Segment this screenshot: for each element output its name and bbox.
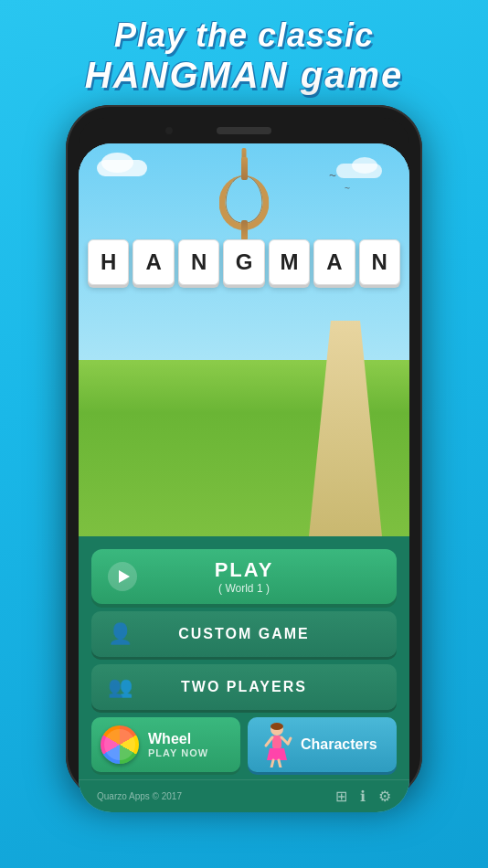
cloud-1 [97, 160, 147, 176]
character-figure [257, 722, 293, 767]
noose [219, 175, 270, 230]
custom-game-button[interactable]: 👤 CUSTOM GAME [91, 611, 397, 657]
bottom-row: Wheel PLAY NOW [91, 717, 397, 772]
banner-line2: HANGMAN game [18, 55, 470, 96]
play-icon [108, 562, 137, 591]
letter-tile: A [133, 239, 174, 285]
wheel-text: Wheel PLAY NOW [148, 731, 208, 758]
footer-icons: ⊞ ℹ ⚙ [335, 788, 391, 805]
svg-point-1 [271, 723, 283, 730]
play-button[interactable]: PLAY ( World 1 ) [91, 549, 397, 604]
wheel-button[interactable]: Wheel PLAY NOW [91, 717, 240, 772]
bird-2: 〜 [345, 185, 350, 193]
play-button-text: PLAY ( World 1 ) [215, 558, 274, 595]
two-players-label: TWO PLAYERS [181, 679, 307, 695]
letter-tile: N [359, 239, 400, 285]
top-banner: Play the classic HANGMAN game [0, 0, 488, 105]
svg-line-8 [279, 760, 281, 767]
svg-rect-2 [272, 736, 281, 748]
play-label: PLAY [215, 558, 274, 582]
person-icon: 👤 [108, 622, 133, 646]
svg-line-6 [288, 738, 291, 744]
gear-icon[interactable]: ⚙ [378, 788, 391, 805]
characters-label: Characters [301, 736, 377, 753]
rope-noose [219, 148, 270, 230]
svg-marker-3 [267, 748, 287, 760]
phone-topbar [79, 118, 409, 143]
wheel-icon [101, 725, 139, 764]
custom-game-label: CUSTOM GAME [178, 626, 309, 642]
speaker-icon [217, 127, 271, 134]
info-icon[interactable]: ℹ [360, 788, 366, 805]
bottom-panel: PLAY ( World 1 ) 👤 CUSTOM GAME 👥 TWO PLA… [79, 536, 409, 779]
svg-line-4 [266, 737, 272, 746]
characters-button[interactable]: Characters [248, 717, 397, 772]
phone-frame: 〜 〜 HANGMAN PLAY ( World 1 ) [66, 105, 422, 799]
phone-screen: 〜 〜 HANGMAN PLAY ( World 1 ) [79, 143, 409, 812]
two-persons-icon: 👥 [108, 675, 133, 699]
letter-tile: N [178, 239, 219, 285]
letter-tile: A [313, 239, 355, 285]
wheel-title: Wheel [148, 731, 208, 747]
copyright-text: Quarzo Apps © 2017 [97, 791, 182, 801]
bird-1: 〜 [329, 171, 336, 181]
hangman-letters: HANGMAN [79, 239, 409, 285]
play-sub-label: ( World 1 ) [215, 582, 274, 595]
cloud-2 [336, 164, 382, 178]
svg-line-7 [271, 760, 273, 767]
game-scene: 〜 〜 HANGMAN [79, 143, 409, 536]
plus-icon[interactable]: ⊞ [335, 788, 347, 805]
wheel-sub: PLAY NOW [148, 747, 208, 758]
footer-bar: Quarzo Apps © 2017 ⊞ ℹ ⚙ [79, 779, 409, 812]
two-players-button[interactable]: 👥 TWO PLAYERS [91, 664, 397, 710]
letter-tile: M [269, 239, 310, 285]
letter-tile: G [223, 239, 264, 285]
letter-tile: H [88, 239, 129, 285]
camera-icon [165, 127, 173, 134]
banner-line1: Play the classic [18, 16, 470, 55]
